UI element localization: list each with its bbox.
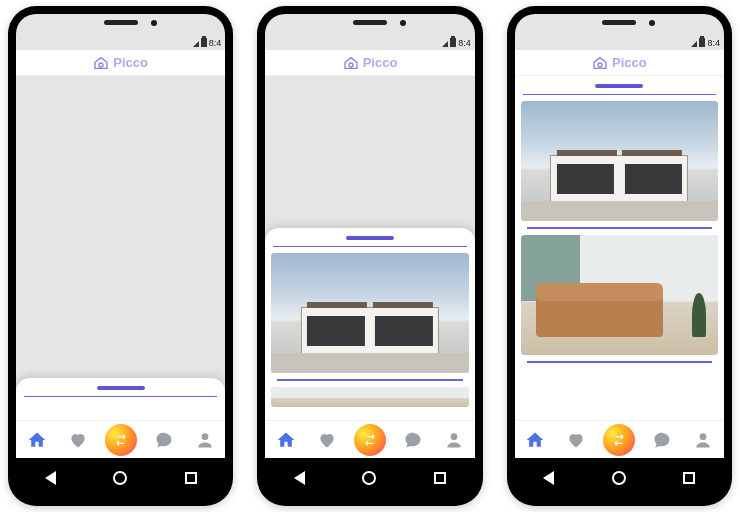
app-header: Picco: [16, 50, 225, 76]
nav-chat[interactable]: [150, 426, 178, 454]
house-camera-icon: [592, 55, 608, 71]
android-nav-bar: [16, 458, 225, 498]
sheet-divider: [24, 396, 217, 397]
nav-favorites[interactable]: [313, 426, 341, 454]
nav-profile[interactable]: [191, 426, 219, 454]
card-divider: [527, 361, 712, 363]
sheet-divider: [523, 94, 716, 95]
sheet-card-list[interactable]: [515, 101, 724, 420]
screen: 8:4 Picco: [265, 14, 474, 458]
nav-swap-fab[interactable]: [354, 424, 386, 456]
sheet-handle-area[interactable]: [265, 228, 474, 246]
status-time: 8:4: [707, 38, 720, 48]
back-icon[interactable]: [294, 471, 305, 485]
front-camera: [151, 20, 157, 26]
app-body: [515, 76, 724, 420]
svg-point-5: [700, 433, 707, 440]
front-camera: [400, 20, 406, 26]
back-icon[interactable]: [543, 471, 554, 485]
svg-point-0: [99, 63, 103, 67]
recent-square-icon[interactable]: [185, 472, 197, 484]
app-title: Picco: [363, 55, 398, 70]
listing-card-interior[interactable]: [271, 387, 468, 407]
bottom-nav: [16, 420, 225, 458]
listing-card-house[interactable]: [521, 101, 718, 221]
house-camera-icon: [93, 55, 109, 71]
nav-favorites[interactable]: [64, 426, 92, 454]
nav-chat[interactable]: [648, 426, 676, 454]
nav-home[interactable]: [521, 426, 549, 454]
android-nav-bar: [515, 458, 724, 498]
nav-swap-fab[interactable]: [603, 424, 635, 456]
battery-icon: [699, 38, 705, 47]
screen: 8:4 Picco: [515, 14, 724, 458]
drag-handle-icon[interactable]: [346, 236, 394, 240]
bottom-sheet[interactable]: [515, 76, 724, 420]
nav-chat[interactable]: [399, 426, 427, 454]
nav-home[interactable]: [23, 426, 51, 454]
drag-handle-icon[interactable]: [97, 386, 145, 390]
svg-point-3: [451, 433, 458, 440]
phone-frame: 8:4 Picco: [8, 6, 233, 506]
bottom-nav: [265, 420, 474, 458]
home-circle-icon[interactable]: [612, 471, 626, 485]
sheet-card-list[interactable]: [265, 253, 474, 420]
signal-icon: [193, 41, 199, 47]
battery-icon: [201, 38, 207, 47]
card-divider: [277, 379, 462, 381]
house-camera-icon: [343, 55, 359, 71]
nav-home[interactable]: [272, 426, 300, 454]
sheet-divider: [273, 246, 466, 247]
card-divider: [527, 227, 712, 229]
recent-square-icon[interactable]: [683, 472, 695, 484]
nav-swap-fab[interactable]: [105, 424, 137, 456]
speaker-slit: [353, 20, 387, 25]
status-time: 8:4: [458, 38, 471, 48]
bottom-nav: [515, 420, 724, 458]
bottom-sheet[interactable]: [265, 228, 474, 420]
nav-favorites[interactable]: [562, 426, 590, 454]
app-header: Picco: [265, 50, 474, 76]
drag-handle-icon[interactable]: [595, 84, 643, 88]
phone-frame: 8:4 Picco: [257, 6, 482, 506]
home-circle-icon[interactable]: [362, 471, 376, 485]
app-title: Picco: [113, 55, 148, 70]
phone-frame: 8:4 Picco: [507, 6, 732, 506]
bottom-sheet[interactable]: [16, 378, 225, 420]
speaker-slit: [602, 20, 636, 25]
listing-card-interior[interactable]: [521, 235, 718, 355]
svg-point-2: [349, 63, 353, 67]
battery-icon: [450, 38, 456, 47]
android-nav-bar: [265, 458, 474, 498]
sheet-handle-area[interactable]: [515, 76, 724, 94]
screen: 8:4 Picco: [16, 14, 225, 458]
app-body: [265, 76, 474, 420]
nav-profile[interactable]: [440, 426, 468, 454]
recent-square-icon[interactable]: [434, 472, 446, 484]
status-time: 8:4: [209, 38, 222, 48]
nav-profile[interactable]: [689, 426, 717, 454]
app-body: [16, 76, 225, 420]
home-circle-icon[interactable]: [113, 471, 127, 485]
svg-point-4: [598, 63, 602, 67]
listing-card-house[interactable]: [271, 253, 468, 373]
back-icon[interactable]: [45, 471, 56, 485]
sheet-handle-area[interactable]: [16, 378, 225, 396]
app-title: Picco: [612, 55, 647, 70]
signal-icon: [691, 41, 697, 47]
speaker-slit: [104, 20, 138, 25]
signal-icon: [442, 41, 448, 47]
svg-point-1: [201, 433, 208, 440]
app-header: Picco: [515, 50, 724, 76]
